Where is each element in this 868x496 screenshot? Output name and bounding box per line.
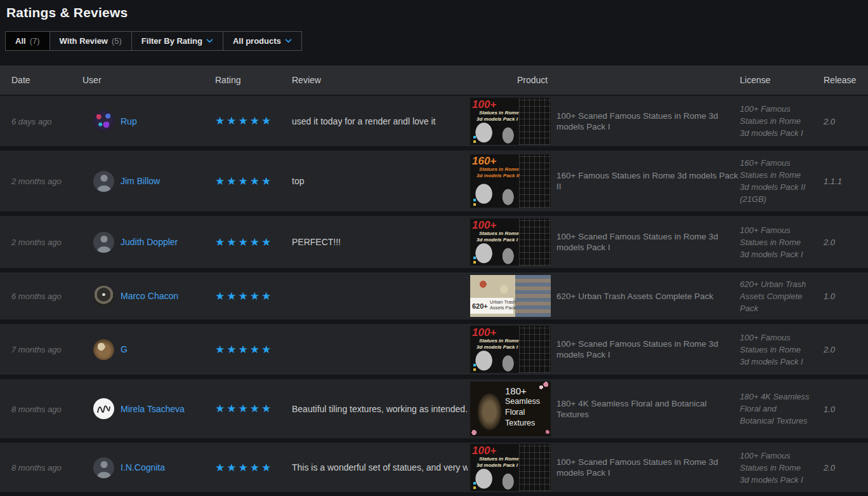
license-name: 620+ Urban Trash Assets Complete Pack	[740, 279, 806, 313]
product-link[interactable]: 100+ Scaned Famous Statues in Rome 3d mo…	[556, 457, 740, 478]
product-link[interactable]: 100+ Scaned Famous Statues in Rome 3d mo…	[556, 338, 740, 360]
product-thumbnail[interactable]: 100+ Statues in Rome 3d models Pack I	[470, 326, 551, 373]
tab-with-review[interactable]: With Review (5)	[50, 32, 132, 50]
review-date: 2 months ago	[11, 238, 62, 247]
review-text: PERFECT!!!	[292, 237, 341, 247]
release-version: 2.0	[824, 238, 835, 247]
license-name: 180+ 4K Seamless Floral and Botanical Te…	[740, 392, 809, 426]
release-version: 1.0	[824, 405, 835, 414]
license-name: 100+ Famous Statues in Rome 3d models Pa…	[740, 451, 803, 485]
avatar[interactable]	[93, 111, 114, 131]
page-title: Ratings & Reviews	[0, 0, 868, 20]
header-license: License	[740, 75, 817, 85]
tab-all-count: (7)	[30, 36, 40, 46]
table-row: 2 months ago Judith Doppler ★★★★★ PERFEC…	[0, 216, 868, 268]
review-text: used it today for a render andl love it	[292, 116, 435, 126]
user-link[interactable]: Jim Billow	[121, 176, 160, 186]
product-thumbnail[interactable]: 620+ Urban Trash Assets Pack	[470, 275, 551, 317]
tab-all-label: All	[15, 36, 26, 46]
avatar[interactable]	[93, 232, 114, 253]
product-link[interactable]: 620+ Urban Trash Assets Complete Pack	[556, 291, 713, 302]
product-thumbnail[interactable]: 100+ Statues in Rome 3d models Pack I	[470, 218, 551, 265]
tab-with-review-label: With Review	[60, 36, 108, 46]
table-header-row: Date User Rating Review Product License …	[0, 65, 868, 95]
release-version: 1.1.1	[824, 177, 842, 186]
review-text: Beautiful tiling textures, working as in…	[292, 404, 468, 414]
avatar[interactable]	[93, 171, 114, 192]
table-row: 2 months ago Jim Billow ★★★★★ top 160+ S…	[0, 151, 868, 211]
table-row: 8 months ago I.N.Cognita ★★★★★ This is a…	[0, 443, 868, 492]
license-name: 100+ Famous Statues in Rome 3d models Pa…	[740, 333, 803, 366]
product-link[interactable]: 100+ Scaned Famous Statues in Rome 3d mo…	[556, 231, 740, 253]
avatar[interactable]	[93, 457, 114, 478]
release-version: 2.0	[824, 117, 835, 126]
review-date: 2 months ago	[11, 177, 62, 186]
tab-all[interactable]: All (7)	[6, 32, 50, 50]
rating-stars: ★★★★★	[215, 175, 273, 187]
header-rating: Rating	[215, 75, 292, 85]
review-date: 6 days ago	[11, 117, 52, 126]
product-link[interactable]: 100+ Scaned Famous Statues in Rome 3d mo…	[556, 111, 740, 132]
header-date: Date	[0, 75, 82, 85]
review-date: 7 months ago	[11, 345, 62, 354]
avatar[interactable]	[93, 339, 114, 360]
rating-stars: ★★★★★	[215, 462, 273, 474]
filter-by-rating-dropdown[interactable]: Filter By Rating	[132, 32, 223, 50]
rating-stars: ★★★★★	[215, 344, 273, 356]
rating-stars: ★★★★★	[215, 403, 273, 415]
user-link[interactable]: Judith Doppler	[121, 237, 178, 247]
review-date: 8 months ago	[11, 463, 62, 473]
license-name: 160+ Famous Statues in Rome 3d models Pa…	[740, 158, 805, 204]
logo-squiggle-icon	[97, 405, 110, 413]
product-link[interactable]: 160+ Famous Statues in Rome 3d models Pa…	[556, 170, 740, 192]
tab-with-review-count: (5)	[112, 36, 122, 46]
filter-by-rating-label: Filter By Rating	[141, 36, 202, 46]
review-date: 6 months ago	[11, 292, 62, 301]
header-release: Release	[817, 75, 868, 85]
user-link[interactable]: Marco Chacon	[121, 291, 178, 301]
release-version: 2.0	[824, 463, 835, 473]
license-name: 100+ Famous Statues in Rome 3d models Pa…	[740, 225, 803, 259]
header-review: Review	[292, 75, 468, 85]
chevron-down-icon	[206, 39, 213, 43]
table-row: 6 months ago Marco Chacon ★★★★★ 620+ Urb…	[0, 272, 868, 319]
release-version: 1.0	[824, 292, 835, 301]
rating-stars: ★★★★★	[215, 290, 273, 302]
user-link[interactable]: I.N.Cognita	[121, 462, 165, 473]
rating-stars: ★★★★★	[215, 236, 273, 248]
avatar[interactable]	[93, 286, 114, 307]
release-version: 2.0	[824, 345, 835, 354]
avatar[interactable]	[93, 398, 114, 419]
user-link[interactable]: Mirela Tsacheva	[121, 404, 185, 414]
filter-tabbar: All (7) With Review (5) Filter By Rating…	[5, 31, 302, 51]
chevron-down-icon	[285, 39, 292, 43]
header-user: User	[82, 75, 215, 85]
user-link[interactable]: Rup	[121, 116, 137, 126]
header-product: Product	[468, 75, 740, 85]
user-link[interactable]: G	[121, 344, 128, 354]
table-row: 6 days ago Rup ★★★★★ used it today for a…	[0, 96, 868, 146]
product-thumbnail[interactable]: 160+ Statues in Rome 3d models Pack II	[470, 154, 551, 208]
rating-stars: ★★★★★	[215, 115, 273, 127]
table-row: 7 months ago G ★★★★★ 100+ Statues in Rom…	[0, 324, 868, 375]
all-products-dropdown[interactable]: All products	[223, 32, 301, 50]
product-thumbnail[interactable]: 100+ Statues in Rome 3d models Pack I	[470, 98, 551, 145]
reviews-table: Date User Rating Review Product License …	[0, 65, 868, 492]
license-name: 100+ Famous Statues in Rome 3d models Pa…	[740, 104, 803, 138]
review-text: top	[292, 176, 304, 186]
product-thumbnail[interactable]: 180+ Seamless Floral Textures	[470, 382, 551, 436]
table-row: 8 months ago Mirela Tsacheva ★★★★★ Beaut…	[0, 379, 868, 438]
product-thumbnail[interactable]: 100+ Statues in Rome 3d models Pack I	[470, 444, 551, 491]
review-text: This is a wonderful set of statues, and …	[292, 462, 468, 473]
all-products-label: All products	[233, 36, 281, 46]
product-link[interactable]: 180+ 4K Seamless Floral and Botanical Te…	[556, 398, 740, 420]
review-date: 8 months ago	[11, 405, 62, 414]
